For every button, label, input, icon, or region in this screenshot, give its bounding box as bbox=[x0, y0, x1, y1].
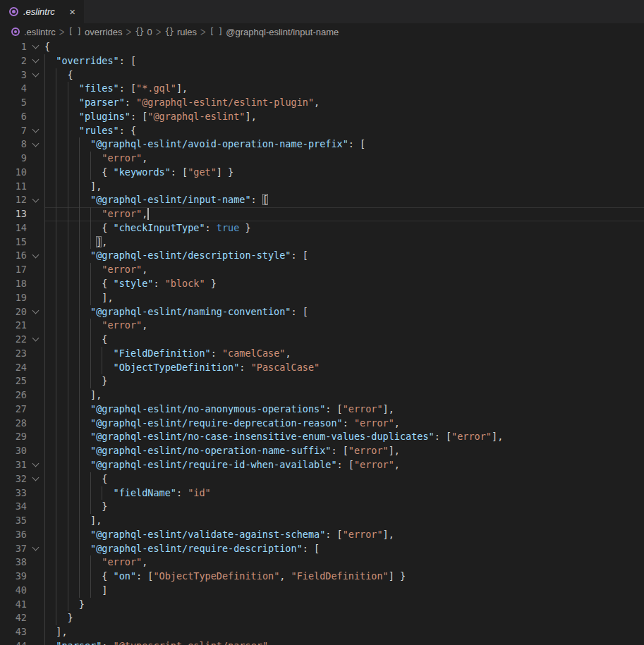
code-text[interactable]: } bbox=[44, 598, 644, 612]
code-text[interactable]: "rules": { bbox=[44, 124, 644, 138]
code-line[interactable]: 18 { "style": "block" } bbox=[0, 277, 644, 291]
line-number[interactable]: 10 bbox=[0, 166, 27, 180]
code-line[interactable]: 8 "@graphql-eslint/avoid-operation-name-… bbox=[0, 137, 644, 152]
line-number[interactable]: 22 bbox=[0, 333, 27, 347]
line-number[interactable]: 25 bbox=[0, 374, 27, 388]
code-line[interactable]: 39 { "on": ["ObjectTypeDefinition", "Fie… bbox=[0, 570, 644, 584]
code-line[interactable]: 16 "@graphql-eslint/description-style": … bbox=[0, 249, 644, 263]
line-number[interactable]: 27 bbox=[0, 403, 27, 417]
code-text[interactable]: "@graphql-eslint/require-deprecation-rea… bbox=[44, 417, 644, 431]
fold-chevron-icon[interactable] bbox=[27, 40, 44, 54]
line-number[interactable]: 41 bbox=[0, 598, 27, 612]
close-icon[interactable]: × bbox=[67, 5, 78, 18]
fold-chevron-icon[interactable] bbox=[27, 542, 44, 556]
code-text[interactable]: } bbox=[44, 611, 644, 625]
code-line[interactable]: 29 "@graphql-eslint/no-case-insensitive-… bbox=[0, 430, 644, 444]
line-number[interactable]: 3 bbox=[0, 68, 27, 82]
line-number[interactable]: 14 bbox=[0, 221, 27, 235]
code-text[interactable]: "error", bbox=[44, 263, 644, 277]
line-number[interactable]: 13 bbox=[0, 207, 27, 221]
code-text[interactable]: ], bbox=[44, 388, 644, 403]
code-text[interactable]: "@graphql-eslint/no-anonymous-operations… bbox=[44, 403, 644, 417]
fold-chevron-icon[interactable] bbox=[27, 68, 44, 82]
line-number[interactable]: 29 bbox=[0, 430, 27, 444]
code-line[interactable]: 31 "@graphql-eslint/require-id-when-avai… bbox=[0, 458, 644, 472]
line-number[interactable]: 34 bbox=[0, 500, 27, 514]
fold-chevron-icon[interactable] bbox=[27, 124, 44, 138]
code-line[interactable]: 13 "error", bbox=[0, 207, 644, 221]
fold-chevron-icon[interactable] bbox=[27, 249, 44, 263]
code-line[interactable]: 33 "fieldName": "id" bbox=[0, 486, 644, 500]
code-line[interactable]: 35 ], bbox=[0, 514, 644, 528]
line-number[interactable]: 44 bbox=[0, 639, 27, 645]
line-number[interactable]: 36 bbox=[0, 528, 27, 542]
line-number[interactable]: 4 bbox=[0, 82, 27, 96]
code-line[interactable]: 6 "plugins": ["@graphql-eslint"], bbox=[0, 110, 644, 124]
line-number[interactable]: 37 bbox=[0, 542, 27, 556]
code-text[interactable]: "error", bbox=[44, 207, 644, 221]
code-text[interactable]: ], bbox=[44, 514, 644, 528]
fold-chevron-icon[interactable] bbox=[27, 458, 44, 472]
code-line[interactable]: 25 } bbox=[0, 374, 644, 388]
tab-eslintrc[interactable]: .eslintrc × bbox=[0, 0, 84, 23]
line-number[interactable]: 5 bbox=[0, 96, 27, 110]
code-text[interactable]: "parser": "@graphql-eslint/eslint-plugin… bbox=[44, 96, 644, 110]
code-text[interactable]: ], bbox=[44, 180, 644, 194]
line-number[interactable]: 26 bbox=[0, 388, 27, 403]
code-line[interactable]: 34 } bbox=[0, 500, 644, 514]
code-text[interactable]: "fieldName": "id" bbox=[44, 486, 644, 500]
code-text[interactable]: "@graphql-eslint/naming-convention": [ bbox=[44, 305, 644, 319]
code-text[interactable]: } bbox=[44, 500, 644, 514]
code-line[interactable]: 4 "files": ["*.gql"], bbox=[0, 82, 644, 96]
code-text[interactable]: "@graphql-eslint/no-operation-name-suffi… bbox=[44, 444, 644, 458]
fold-chevron-icon[interactable] bbox=[27, 333, 44, 347]
line-number[interactable]: 16 bbox=[0, 249, 27, 263]
code-line[interactable]: 12 "@graphql-eslint/input-name": [ bbox=[0, 193, 644, 207]
code-line[interactable]: 22 { bbox=[0, 333, 644, 347]
line-number[interactable]: 31 bbox=[0, 458, 27, 472]
line-number[interactable]: 9 bbox=[0, 152, 27, 166]
code-line[interactable]: 14 { "checkInputType": true } bbox=[0, 221, 644, 235]
code-line[interactable]: 9 "error", bbox=[0, 152, 644, 166]
line-number[interactable]: 6 bbox=[0, 110, 27, 124]
line-number[interactable]: 2 bbox=[0, 54, 27, 68]
code-text[interactable]: ] bbox=[44, 584, 644, 598]
code-line[interactable]: 15 ], bbox=[0, 235, 644, 250]
code-text[interactable]: { bbox=[44, 68, 644, 82]
code-text[interactable]: "@graphql-eslint/require-description": [ bbox=[44, 542, 644, 556]
breadcrumb-item-rules[interactable]: {}rules bbox=[164, 27, 197, 37]
code-line[interactable]: 37 "@graphql-eslint/require-description"… bbox=[0, 542, 644, 556]
line-number[interactable]: 18 bbox=[0, 277, 27, 291]
code-text[interactable]: { "style": "block" } bbox=[44, 277, 644, 291]
fold-chevron-icon[interactable] bbox=[27, 54, 44, 68]
code-text[interactable]: { bbox=[44, 472, 644, 486]
code-text[interactable]: "@graphql-eslint/description-style": [ bbox=[44, 249, 644, 263]
code-line[interactable]: 27 "@graphql-eslint/no-anonymous-operati… bbox=[0, 403, 644, 417]
code-line[interactable]: 1{ bbox=[0, 40, 644, 54]
code-line[interactable]: 43 ], bbox=[0, 625, 644, 639]
code-text[interactable]: { bbox=[44, 333, 644, 347]
breadcrumb-item--graphql-eslint-input-name[interactable]: [ ]@graphql-eslint/input-name bbox=[209, 27, 339, 37]
code-text[interactable]: "@graphql-eslint/validate-against-schema… bbox=[44, 528, 644, 542]
breadcrumb-item--eslintrc[interactable]: .eslintrc bbox=[11, 27, 56, 37]
code-text[interactable]: "overrides": [ bbox=[44, 54, 644, 68]
line-number[interactable]: 40 bbox=[0, 584, 27, 598]
fold-chevron-icon[interactable] bbox=[27, 137, 44, 152]
line-number[interactable]: 19 bbox=[0, 291, 27, 305]
line-number[interactable]: 39 bbox=[0, 570, 27, 584]
code-text[interactable]: ], bbox=[44, 291, 644, 305]
code-text[interactable]: "ObjectTypeDefinition": "PascalCase" bbox=[44, 361, 644, 375]
code-text[interactable]: { "checkInputType": true } bbox=[44, 221, 644, 235]
line-number[interactable]: 42 bbox=[0, 611, 27, 625]
code-line[interactable]: 19 ], bbox=[0, 291, 644, 305]
code-text[interactable]: "@graphql-eslint/avoid-operation-name-pr… bbox=[44, 137, 644, 152]
code-line[interactable]: 32 { bbox=[0, 472, 644, 486]
line-number[interactable]: 20 bbox=[0, 305, 27, 319]
code-text[interactable]: "error", bbox=[44, 555, 644, 570]
code-text[interactable]: } bbox=[44, 374, 644, 388]
line-number[interactable]: 43 bbox=[0, 625, 27, 639]
code-text[interactable]: "error", bbox=[44, 152, 644, 166]
code-text[interactable]: "files": ["*.gql"], bbox=[44, 82, 644, 96]
code-text[interactable]: "plugins": ["@graphql-eslint"], bbox=[44, 110, 644, 124]
line-number[interactable]: 38 bbox=[0, 555, 27, 570]
